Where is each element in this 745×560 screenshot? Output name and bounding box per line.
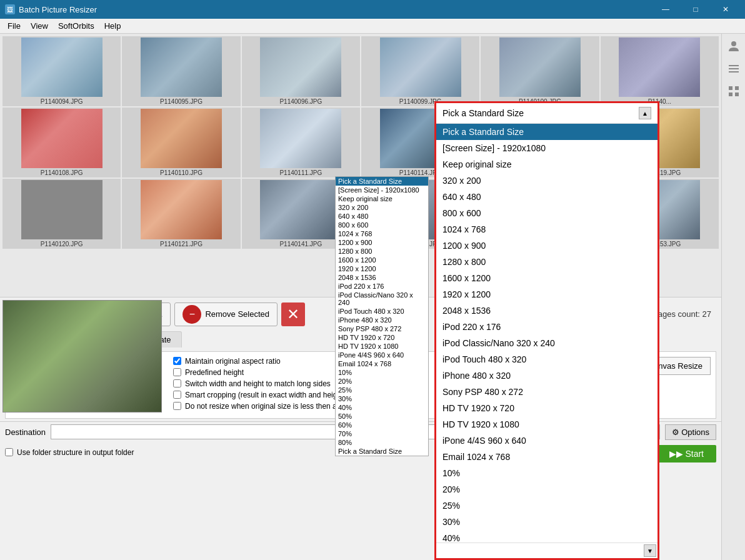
dropdown-item-1200x900[interactable]: 1200 x 900 bbox=[436, 238, 658, 254]
small-dropdown-item[interactable]: 320 x 200 bbox=[336, 203, 428, 212]
dropdown-item-1600x1200[interactable]: 1600 x 1200 bbox=[436, 270, 658, 286]
small-dropdown-item[interactable]: 30% bbox=[336, 394, 428, 403]
list-item[interactable]: P1140096.JPG bbox=[242, 36, 360, 106]
dropdown-item-ipod-classic[interactable]: iPod Classic/Nano 320 x 240 bbox=[436, 335, 658, 351]
dropdown-item-1280x800[interactable]: 1280 x 800 bbox=[436, 254, 658, 270]
dropdown-item-1920x1200[interactable]: 1920 x 1200 bbox=[436, 286, 658, 302]
small-dropdown-item[interactable]: Sony PSP 480 x 272 bbox=[336, 324, 428, 333]
predefined-height-checkbox[interactable] bbox=[173, 368, 181, 376]
small-dropdown-item[interactable]: 1024 x 768 bbox=[336, 229, 428, 238]
remove-selected-button[interactable]: − Remove Selected bbox=[174, 302, 278, 326]
dropdown-item-1024x768[interactable]: 1024 x 768 bbox=[436, 221, 658, 238]
dropdown-item-320x200[interactable]: 320 x 200 bbox=[436, 172, 658, 189]
dropdown-item-ipod-touch[interactable]: iPod Touch 480 x 320 bbox=[436, 351, 658, 368]
small-dropdown-item[interactable]: 2048 x 1536 bbox=[336, 273, 428, 282]
small-dropdown-item[interactable]: 40% bbox=[336, 403, 428, 412]
dropdown-item-hdtv-1080[interactable]: HD TV 1920 x 1080 bbox=[436, 416, 658, 432]
dropdown-item-standard-size[interactable]: Pick a Standard Size bbox=[436, 124, 658, 140]
large-dropdown[interactable]: Pick a Standard Size ▲ Pick a Standard S… bbox=[434, 101, 659, 560]
small-dropdown-item[interactable]: 1280 x 800 bbox=[336, 247, 428, 256]
image-filename: P1140095.JPG bbox=[160, 98, 202, 105]
small-dropdown-item[interactable]: 1600 x 1200 bbox=[336, 256, 428, 264]
menu-view[interactable]: View bbox=[26, 20, 53, 32]
small-dropdown-item[interactable]: 80% bbox=[336, 438, 428, 447]
small-dropdown-item[interactable]: 20% bbox=[336, 377, 428, 386]
small-dropdown-item[interactable]: 60% bbox=[336, 421, 428, 429]
small-dropdown-item[interactable]: HD TV 1920 x 1080 bbox=[336, 342, 428, 351]
list-item[interactable]: P1140100.JPG bbox=[481, 36, 599, 106]
small-dropdown-item[interactable]: 50% bbox=[336, 412, 428, 421]
small-dropdown-item[interactable]: 1200 x 900 bbox=[336, 238, 428, 247]
menu-bar: File View SoftOrbits Help bbox=[0, 19, 745, 34]
thumbnail bbox=[260, 38, 341, 97]
small-dropdown-item[interactable]: 1920 x 1200 bbox=[336, 264, 428, 273]
sidebar-icon-person[interactable] bbox=[724, 36, 744, 56]
switch-sides-checkbox[interactable] bbox=[173, 379, 181, 388]
clear-button[interactable]: ✕ bbox=[281, 302, 305, 326]
small-dropdown-item[interactable]: HD TV 1920 x 720 bbox=[336, 333, 428, 342]
dropdown-item-10pct[interactable]: 10% bbox=[436, 465, 658, 481]
small-dropdown-item[interactable]: Keep original size bbox=[336, 194, 428, 203]
small-dropdown-item[interactable]: 25% bbox=[336, 386, 428, 394]
small-dropdown-item[interactable]: 70% bbox=[336, 429, 428, 438]
small-dropdown-item[interactable]: iPone 4/4S 960 x 640 bbox=[336, 351, 428, 359]
svg-rect-6 bbox=[729, 92, 732, 96]
maximize-button[interactable]: □ bbox=[681, 0, 710, 19]
dropdown-item-screen-size[interactable]: [Screen Size] - 1920x1080 bbox=[436, 140, 658, 156]
scroll-up-button[interactable]: ▲ bbox=[639, 107, 651, 119]
small-dropdown-item[interactable]: iPod 220 x 176 bbox=[336, 282, 428, 291]
list-item[interactable]: P1140108.JPG bbox=[2, 108, 121, 178]
large-dropdown-list[interactable]: Pick a Standard Size [Screen Size] - 192… bbox=[436, 124, 658, 542]
remove-icon: − bbox=[182, 305, 201, 324]
dropdown-item-ipod[interactable]: iPod 220 x 176 bbox=[436, 319, 658, 335]
dropdown-item-keep-original[interactable]: Keep original size bbox=[436, 156, 658, 172]
list-item[interactable]: P1140... bbox=[601, 36, 719, 106]
dropdown-item-hdtv-720[interactable]: HD TV 1920 x 720 bbox=[436, 400, 658, 416]
dropdown-item-iphone[interactable]: iPhone 480 x 320 bbox=[436, 368, 658, 384]
list-item[interactable]: P1140120.JPG bbox=[2, 179, 121, 249]
menu-file[interactable]: File bbox=[2, 20, 26, 32]
options-button[interactable]: ⚙ Options bbox=[665, 424, 716, 440]
scroll-down-button[interactable]: ▼ bbox=[644, 544, 656, 557]
small-dropdown-item[interactable]: 800 x 600 bbox=[336, 221, 428, 229]
small-dropdown-item[interactable]: [Screen Size] - 1920x1080 bbox=[336, 186, 428, 194]
large-dropdown-title: Pick a Standard Size bbox=[442, 108, 524, 118]
sidebar-icon-grid[interactable] bbox=[724, 81, 744, 101]
minimize-button[interactable]: — bbox=[651, 0, 680, 19]
image-filename: P1140121.JPG bbox=[160, 241, 202, 248]
maintain-aspect-checkbox[interactable] bbox=[173, 357, 181, 365]
thumbnail bbox=[141, 38, 222, 97]
small-dropdown-item[interactable]: Email 1024 x 768 bbox=[336, 359, 428, 368]
dropdown-item-email[interactable]: Email 1024 x 768 bbox=[436, 449, 658, 465]
small-dropdown-item[interactable]: iPod Classic/Nano 320 x 240 bbox=[336, 291, 428, 307]
list-item[interactable]: P1140094.JPG bbox=[2, 36, 121, 106]
dropdown-item-2048x1536[interactable]: 2048 x 1536 bbox=[436, 302, 658, 319]
list-item[interactable]: P1140111.JPG bbox=[242, 108, 360, 178]
small-dropdown-item[interactable]: 640 x 480 bbox=[336, 212, 428, 221]
folder-structure-checkbox[interactable] bbox=[5, 448, 13, 456]
dropdown-item-640x480[interactable]: 640 x 480 bbox=[436, 189, 658, 205]
close-button[interactable]: ✕ bbox=[711, 0, 740, 19]
list-item[interactable]: P1140099.JPG bbox=[361, 36, 479, 106]
smart-crop-checkbox[interactable] bbox=[173, 391, 181, 399]
small-dropdown-item[interactable]: iPhone 480 x 320 bbox=[336, 316, 428, 324]
small-dropdown-item[interactable]: Pick a Standard Size bbox=[336, 447, 428, 456]
sidebar-icon-list[interactable] bbox=[724, 59, 744, 79]
dropdown-item-800x600[interactable]: 800 x 600 bbox=[436, 205, 658, 221]
dropdown-item-sony-psp[interactable]: Sony PSP 480 x 272 bbox=[436, 384, 658, 400]
menu-softorbits[interactable]: SoftOrbits bbox=[53, 20, 99, 32]
small-dropdown-item[interactable]: iPod Touch 480 x 320 bbox=[336, 307, 428, 316]
dropdown-item-30pct[interactable]: 30% bbox=[436, 514, 658, 530]
no-resize-checkbox[interactable] bbox=[173, 402, 181, 410]
image-filename: P1140094.JPG bbox=[41, 98, 83, 105]
list-item[interactable]: P1140110.JPG bbox=[122, 108, 240, 178]
menu-help[interactable]: Help bbox=[99, 20, 126, 32]
start-button[interactable]: ▶▶ Start bbox=[657, 445, 716, 462]
small-dropdown-item[interactable]: 10% bbox=[336, 368, 428, 377]
list-item[interactable]: P1140121.JPG bbox=[122, 179, 240, 249]
dropdown-item-25pct[interactable]: 25% bbox=[436, 498, 658, 514]
dropdown-item-40pct[interactable]: 40% bbox=[436, 530, 658, 542]
list-item[interactable]: P1140095.JPG bbox=[122, 36, 240, 106]
dropdown-item-20pct[interactable]: 20% bbox=[436, 481, 658, 498]
dropdown-item-iphone4s[interactable]: iPone 4/4S 960 x 640 bbox=[436, 432, 658, 449]
